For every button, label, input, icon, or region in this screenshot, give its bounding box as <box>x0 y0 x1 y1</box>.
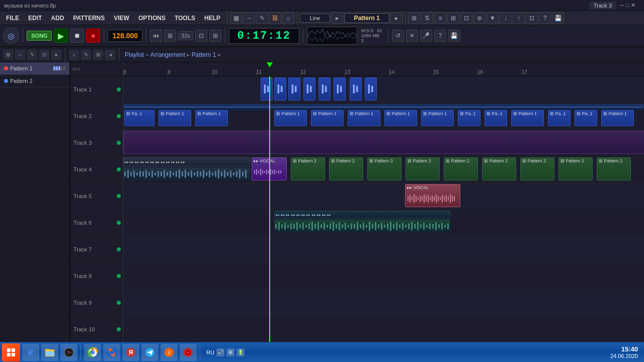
track-3-waveform[interactable]: // Generate random-looking waveform bars… <box>123 131 644 154</box>
transport-icon-1[interactable]: ⏮ <box>150 30 162 42</box>
metronome-button[interactable]: ◎ <box>3 28 19 44</box>
media-button[interactable] <box>60 344 77 361</box>
t2-p1-3[interactable]: ⊞ Pattern 1 <box>195 110 228 126</box>
ie-button[interactable]: e <box>22 344 39 361</box>
toolbar-icon-3[interactable]: ✎ <box>256 12 268 24</box>
track-3-content[interactable]: // Generate random-looking waveform bars… <box>123 130 644 156</box>
menu-options[interactable]: OPTIONS <box>134 13 170 23</box>
line-arrow[interactable]: ▸ <box>331 12 343 24</box>
toolbar-icon-1[interactable]: ▦ <box>230 12 242 24</box>
t2-p1-10[interactable]: ⊞ Pa..1 <box>485 110 507 126</box>
t4-p2-7[interactable]: ⊞ Pattern 2 <box>520 157 554 180</box>
track-10-content[interactable] <box>123 316 644 342</box>
t4-p2-1[interactable]: ⊞ Pattern 2 <box>291 157 325 180</box>
t2-p1-4[interactable]: ⊞ Pattern 1 <box>274 110 307 126</box>
t2-p1-1[interactable]: ⊞ Pa..1 <box>124 110 154 126</box>
track-1-block-4[interactable] <box>303 77 315 101</box>
tool-icon-5[interactable]: ▸ <box>51 50 61 60</box>
tool-icon-8[interactable]: ⊞ <box>93 50 103 60</box>
telegram-button[interactable] <box>141 344 158 361</box>
pattern-item-1[interactable]: Pattern 1 <box>0 62 69 75</box>
tool-icon-6[interactable]: ♪ <box>69 50 79 60</box>
track-4-early[interactable]: ▸▸ ▸▸ ▸▸ ▸▸ ▸▸ ▸▸ ▸▸ ▸▸ ▸▸ ▸▸ ▸▸ ▸▸ <box>123 157 250 166</box>
menu-tools[interactable]: TOOLS <box>171 13 199 23</box>
t4-p2-8[interactable]: ⊞ Pattern 2 <box>558 157 593 180</box>
explorer-button[interactable] <box>41 344 58 361</box>
t2-p1-7[interactable]: ⊞ Pattern 1 <box>384 110 417 126</box>
track-1-block-5[interactable] <box>318 77 331 101</box>
tracks-scroll[interactable]: Track 1 <box>70 76 644 342</box>
track-6-top[interactable]: ▸▸ ▸▸ ▸▸ ▸▸ ▸▸ ▸▸ ▸▸ ▸▸ ▸▸ ▸▸ ▸▸ <box>274 211 450 219</box>
t4-p2-6[interactable]: ⊞ Pattern 2 <box>482 157 516 180</box>
toolbar-icon-6[interactable]: ⊞ <box>408 12 420 24</box>
track-1-block-6[interactable] <box>334 77 346 101</box>
taskbar-clock[interactable]: 15:40 24.06.2020 <box>610 345 642 359</box>
t2-p1-5[interactable]: ⊞ Pattern 1 <box>311 110 344 126</box>
transport-extra-1[interactable]: ↺ <box>392 30 404 42</box>
transport-icon-3[interactable]: ⊡ <box>195 30 207 42</box>
network-icon[interactable]: ⊞ <box>226 348 234 356</box>
track-7-content[interactable] <box>123 236 644 262</box>
menu-file[interactable]: FILE <box>2 13 23 23</box>
menu-add[interactable]: ADD <box>47 13 68 23</box>
transport-extra-3[interactable]: 🎤 <box>420 30 432 42</box>
t2-p1-13[interactable]: ⊞ Pa..1 <box>575 110 597 126</box>
t4-p2-5[interactable]: ⊞ Pattern 2 <box>444 157 478 180</box>
track-6-content[interactable]: ▸▸ ▸▸ ▸▸ ▸▸ ▸▸ ▸▸ ▸▸ ▸▸ ▸▸ ▸▸ ▸▸ <box>123 210 644 236</box>
t2-p1-11[interactable]: ⊞ Pattern 1 <box>511 110 544 126</box>
t2-p1-6[interactable]: ⊞ Pattern 1 <box>348 110 380 126</box>
t2-p1-9[interactable]: ⊞ Pa..1 <box>458 110 480 126</box>
breadcrumb-playlist[interactable]: Playlist – Arrangement <box>125 51 185 58</box>
app5-button[interactable]: ♪ <box>160 344 178 361</box>
chrome-button[interactable] <box>84 344 101 361</box>
play-button[interactable]: ▶ <box>54 29 68 43</box>
t2-p1-8[interactable]: ⊞ Pattern 1 <box>421 110 454 126</box>
battery-icon[interactable]: 🔋 <box>236 348 245 356</box>
transport-icon-2[interactable]: ⊞ <box>164 30 176 42</box>
transport-extra-5[interactable]: 💾 <box>448 30 460 42</box>
transport-icon-4[interactable]: ⊞ <box>209 30 221 42</box>
track-2-bar[interactable] <box>123 104 644 110</box>
pattern-selector-top[interactable]: Pattern 1 <box>344 13 389 23</box>
toolbar-icon-15[interactable]: ⊡ <box>526 12 538 24</box>
toolbar-icon-9[interactable]: ⊞ <box>447 12 459 24</box>
toolbar-icon-11[interactable]: ⊛ <box>473 12 486 24</box>
tool-icon-7[interactable]: ✎ <box>81 50 91 60</box>
stop-button[interactable]: ■ <box>70 29 84 43</box>
t2-p1-12[interactable]: ⊞ Pa..1 <box>548 110 571 126</box>
pattern-item-2[interactable]: Pattern 2 <box>0 75 69 87</box>
track-1-content[interactable] <box>123 76 644 103</box>
track-6-wave[interactable] <box>274 220 450 233</box>
line-mode[interactable]: Line <box>300 14 330 23</box>
tool-icon-1[interactable]: ⊞ <box>3 50 13 60</box>
t4-p2-3[interactable]: ⊞ Pattern 2 <box>367 157 401 180</box>
t4-p2-9[interactable]: ⊞ Pattern 2 <box>597 157 631 180</box>
toolbar-icon-7[interactable]: ⇅ <box>421 12 433 24</box>
track-1-block-2[interactable] <box>274 77 286 101</box>
tool-icon-3[interactable]: ✎ <box>27 50 37 60</box>
track-4-content[interactable]: ▸▸ ▸▸ ▸▸ ▸▸ ▸▸ ▸▸ ▸▸ ▸▸ ▸▸ ▸▸ ▸▸ ▸▸ ▸▸ V… <box>123 156 644 183</box>
track-1-block-7[interactable] <box>350 77 362 101</box>
tool-icon-2[interactable]: ↔ <box>15 50 25 60</box>
track-4-wave-early[interactable] <box>123 167 250 180</box>
transport-32[interactable]: 32s <box>178 31 193 40</box>
tempo-display[interactable]: 128.000 <box>108 30 142 42</box>
t4-p2-4[interactable]: ⊞ Pattern 2 <box>406 157 440 180</box>
pattern-arrow[interactable]: ▸ <box>390 12 403 24</box>
record-button[interactable]: ● <box>86 29 100 43</box>
firefox-button[interactable] <box>103 344 120 361</box>
maximize-icon[interactable]: □ <box>626 2 629 9</box>
toolbar-icon-17[interactable]: 💾 <box>552 12 564 24</box>
toolbar-icon-5[interactable]: ⌂ <box>282 12 294 24</box>
track-2-content[interactable]: ⊞ Pa..1 ⊞ Pattern 1 ⊞ Pattern 1 ⊞ Patter… <box>123 103 644 129</box>
track-1-block-8[interactable] <box>365 77 377 101</box>
toolbar-icon-14[interactable]: ↑ <box>513 12 525 24</box>
toolbar-icon-4[interactable]: ⛓ <box>269 12 281 24</box>
track-1-block-1[interactable] <box>261 77 273 101</box>
track-1-block-3[interactable] <box>288 77 300 101</box>
app6-button[interactable] <box>180 344 197 361</box>
minimize-icon[interactable]: ─ <box>620 2 624 9</box>
menu-edit[interactable]: EDIT <box>24 13 46 23</box>
menu-view[interactable]: VIEW <box>110 13 133 23</box>
t2-p1-2[interactable]: ⊞ Pattern 1 <box>158 110 191 126</box>
